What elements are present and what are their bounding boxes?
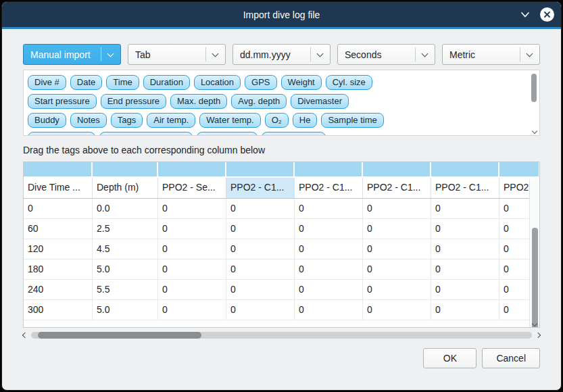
column-header-ppo2-c1[interactable]: PPO2 - C1... xyxy=(226,178,295,198)
table-cell: 2.5 xyxy=(93,219,158,239)
column-header-ppo2-c1[interactable]: PPO2 - C1... xyxy=(363,178,431,198)
table-cell: 0 xyxy=(226,239,295,260)
drop-target-cell[interactable] xyxy=(93,162,158,176)
table-cell: 180 xyxy=(24,260,93,280)
table-cell: 0 xyxy=(431,219,499,239)
table-cell: 0 xyxy=(363,219,431,239)
table-vertical-scrollbar[interactable] xyxy=(529,179,539,327)
dropdown-value: Manual import xyxy=(30,49,91,60)
tag-end-pressure[interactable]: End pressure xyxy=(101,94,166,109)
tag-time[interactable]: Time xyxy=(106,75,139,90)
tag-max-depth[interactable]: Max. depth xyxy=(170,94,227,109)
tag-sample-time[interactable]: Sample time xyxy=(321,113,383,128)
import-preview-table: Dive Time ...Depth (m)PPO2 - Se...PPO2 -… xyxy=(23,162,540,328)
table-cell: 0 xyxy=(431,239,499,260)
tag-notes[interactable]: Notes xyxy=(70,113,107,128)
shade-button[interactable] xyxy=(520,9,531,20)
tag-o[interactable]: O₂ xyxy=(265,113,289,128)
table-row: 2405.5000000 xyxy=(24,280,539,300)
tag-start-pressure[interactable]: Start pressure xyxy=(28,94,97,109)
column-header-dive-time[interactable]: Dive Time ... xyxy=(24,178,93,198)
drop-target-cell[interactable] xyxy=(499,162,540,176)
drop-target-cell[interactable] xyxy=(431,162,499,176)
table-cell: 0 xyxy=(295,199,363,219)
dropdown-value: dd.mm.yyyy xyxy=(240,49,291,60)
column-header-ppo2-c1[interactable]: PPO2 - C1... xyxy=(431,178,499,198)
chevron-down-icon xyxy=(205,47,219,62)
tag-he[interactable]: He xyxy=(293,113,318,128)
close-button[interactable] xyxy=(540,7,554,22)
drop-target-cell[interactable] xyxy=(158,162,226,176)
dropdown-field-separator[interactable]: Tab xyxy=(128,44,226,65)
tag-panel-scrollbar[interactable] xyxy=(530,71,539,134)
cancel-button[interactable]: Cancel xyxy=(482,348,540,368)
scroll-down-icon[interactable] xyxy=(530,324,539,326)
table-cell: 0 xyxy=(295,280,363,300)
table-cell: 0 xyxy=(295,239,363,260)
tag-buddy[interactable]: Buddy xyxy=(28,113,66,128)
scroll-down-icon[interactable] xyxy=(530,131,539,133)
table-cell: 0 xyxy=(226,260,295,280)
table-cell: 0 xyxy=(226,280,295,300)
tag-sample-cns[interactable]: Sample CNS xyxy=(262,132,326,136)
scrollbar-thumb[interactable] xyxy=(531,74,537,102)
dialog-buttons: OK Cancel xyxy=(23,348,540,368)
tag-weight[interactable]: Weight xyxy=(281,75,322,90)
tag-avg-depth[interactable]: Avg. depth xyxy=(231,94,287,109)
table-cell: 0 xyxy=(158,219,226,239)
tag-sample-po[interactable]: Sample pO₂ xyxy=(197,132,258,136)
table-cell: 0 xyxy=(158,300,226,320)
tag-air-temp[interactable]: Air temp. xyxy=(147,113,195,128)
drop-target-cell[interactable] xyxy=(295,162,363,176)
tag-row: BuddyNotesTagsAir temp.Water temp.O₂HeSa… xyxy=(28,113,539,128)
dropdown-units-system[interactable]: Metric xyxy=(442,44,540,65)
drop-target-row xyxy=(24,162,539,178)
table-cell: 0 xyxy=(363,280,431,300)
tag-sample-depth[interactable]: Sample depth xyxy=(28,132,95,136)
dropdown-value: Metric xyxy=(449,49,475,60)
tag-date[interactable]: Date xyxy=(70,75,102,90)
tag-row: Sample depthSample temperatureSample pO₂… xyxy=(28,132,539,136)
table-cell: 0 xyxy=(226,219,295,239)
tag-water-temp[interactable]: Water temp. xyxy=(199,113,260,128)
scrollbar-thumb[interactable] xyxy=(532,228,538,328)
titlebar-buttons xyxy=(520,2,554,27)
scrollbar-track[interactable] xyxy=(31,332,532,339)
chevron-down-icon xyxy=(310,47,324,62)
table-cell: 0.0 xyxy=(93,199,158,219)
column-header-depth-m[interactable]: Depth (m) xyxy=(93,178,158,198)
table-row: 1204.5000000 xyxy=(24,239,539,260)
table-header-row: Dive Time ...Depth (m)PPO2 - Se...PPO2 -… xyxy=(24,178,539,199)
ok-button[interactable]: OK xyxy=(423,348,476,368)
chevron-down-icon xyxy=(415,47,429,62)
tag-divemaster[interactable]: Divemaster xyxy=(291,94,349,109)
titlebar[interactable]: Import dive log file xyxy=(2,2,561,27)
scroll-left-icon[interactable] xyxy=(22,333,28,338)
tag-location[interactable]: Location xyxy=(194,75,241,90)
column-header-ppo2-se[interactable]: PPO2 - Se... xyxy=(158,178,226,198)
tag-tags[interactable]: Tags xyxy=(111,113,143,128)
drop-target-cell[interactable] xyxy=(24,162,93,176)
dropdown-duration-format[interactable]: Seconds xyxy=(337,44,435,65)
table-cell: 0 xyxy=(158,260,226,280)
dialog-content: Manual importTabdd.mm.yyyySecondsMetric … xyxy=(2,29,561,368)
tag-duration[interactable]: Duration xyxy=(143,75,190,90)
tag-cyl-size[interactable]: Cyl. size xyxy=(326,75,372,90)
scrollbar-thumb[interactable] xyxy=(38,332,201,339)
horizontal-scrollbar[interactable] xyxy=(23,330,540,340)
tag-sample-temperature[interactable]: Sample temperature xyxy=(99,132,193,136)
table-cell: 0 xyxy=(363,300,431,320)
scroll-right-icon[interactable] xyxy=(535,333,541,338)
tag-dive[interactable]: Dive # xyxy=(28,75,66,90)
drop-target-cell[interactable] xyxy=(363,162,431,176)
table-cell: 60 xyxy=(24,219,93,239)
tag-gps[interactable]: GPS xyxy=(245,75,276,90)
table-cell: 0 xyxy=(226,199,295,219)
tag-list: Dive #DateTimeDurationLocationGPSWeightC… xyxy=(24,70,539,136)
table-cell: 240 xyxy=(24,280,93,300)
dropdown-date-format[interactable]: dd.mm.yyyy xyxy=(232,44,331,65)
dropdown-import-mode[interactable]: Manual import xyxy=(23,44,121,65)
drop-target-cell[interactable] xyxy=(226,162,295,176)
table-cell: 300 xyxy=(24,300,93,320)
column-header-ppo2-c1[interactable]: PPO2 - C1... xyxy=(295,178,363,198)
